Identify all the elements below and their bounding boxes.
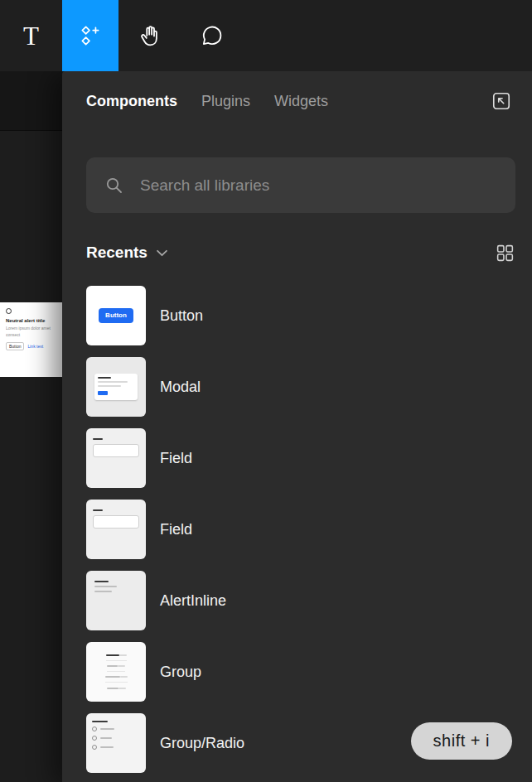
component-name: AlertInline: [160, 592, 226, 610]
text-tool-button[interactable]: T: [0, 0, 62, 71]
list-item[interactable]: Button Button: [86, 286, 515, 345]
toolbar: T: [0, 0, 532, 71]
thumb-field-label-mock: [93, 438, 103, 440]
preview-link: Link text: [27, 344, 43, 349]
component-name: Group/Radio: [160, 735, 244, 752]
list-item[interactable]: Field: [86, 500, 515, 559]
open-panel-window-button[interactable]: [487, 87, 515, 115]
components-tool-button[interactable]: [62, 0, 118, 71]
hand-tool-button[interactable]: [118, 0, 181, 71]
component-name: Modal: [160, 379, 201, 396]
search-icon: [104, 176, 124, 196]
search-bar[interactable]: [86, 157, 515, 213]
canvas: Neutral alert title Lorem ipsum dolor am…: [0, 71, 62, 782]
component-thumbnail: [86, 357, 146, 417]
text-tool-icon: T: [23, 23, 39, 49]
panel-header: Components Plugins Widgets: [86, 71, 515, 131]
component-thumbnail: [86, 428, 146, 488]
preview-title: Neutral alert title: [6, 318, 59, 323]
panel-tabs: Components Plugins Widgets: [86, 93, 487, 110]
recents-section-header: Recents: [86, 240, 515, 265]
canvas-panel-edge: [0, 71, 62, 131]
list-item[interactable]: Field: [86, 428, 515, 488]
list-item[interactable]: Modal: [86, 357, 515, 417]
shortcut-hint: shift + i: [411, 722, 512, 760]
list-item[interactable]: AlertInline: [86, 571, 515, 630]
hand-icon: [138, 24, 162, 48]
grid-view-button[interactable]: [495, 243, 515, 263]
list-item[interactable]: Group: [86, 642, 515, 702]
component-name: Field: [160, 521, 192, 538]
preview-actions: Button Link text: [6, 342, 59, 350]
tab-components[interactable]: Components: [86, 93, 177, 110]
component-thumbnail: [86, 571, 146, 630]
insert-panel: Components Plugins Widgets Recents: [62, 71, 532, 782]
thumb-field-label-mock: [93, 509, 103, 511]
component-name: Button: [160, 307, 203, 325]
component-thumbnail: [86, 500, 146, 559]
info-icon: [6, 308, 12, 314]
components-icon: [78, 23, 103, 48]
component-thumbnail: [86, 642, 146, 702]
component-thumbnail: Button: [86, 286, 146, 345]
tab-widgets[interactable]: Widgets: [274, 93, 328, 110]
component-name: Field: [160, 450, 192, 467]
arrow-up-left-box-icon: [491, 90, 512, 112]
tab-plugins[interactable]: Plugins: [201, 93, 250, 110]
component-name: Group: [160, 664, 201, 681]
thumb-button-mock: Button: [99, 308, 133, 323]
preview-button: Button: [6, 342, 24, 350]
recents-list: Button Button Modal Field: [86, 286, 515, 782]
canvas-component-preview[interactable]: Neutral alert title Lorem ipsum dolor am…: [0, 302, 62, 377]
recents-label[interactable]: Recents: [86, 244, 148, 262]
thumb-modal-mock: [94, 374, 138, 400]
thumb-field-input-mock: [93, 444, 139, 457]
search-input[interactable]: [140, 176, 497, 195]
chevron-down-icon[interactable]: [157, 249, 167, 257]
comment-icon: [200, 24, 224, 48]
comment-tool-button[interactable]: [181, 0, 241, 71]
preview-body: Lorem ipsum dolor amet consect: [6, 326, 59, 338]
thumb-field-input-mock: [93, 515, 139, 529]
component-thumbnail: [86, 713, 146, 773]
